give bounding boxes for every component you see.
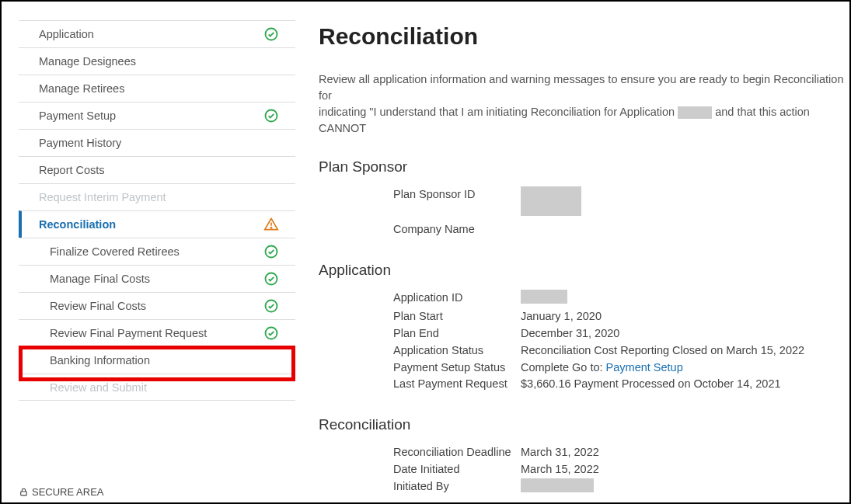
app-status-value: Reconciliation Cost Reporting Closed on … [521, 342, 849, 360]
sidebar-item-review-final-costs[interactable]: Review Final Costs [19, 292, 295, 319]
plan-sponsor-heading: Plan Sponsor [319, 158, 849, 176]
app-status-label: Application Status [319, 342, 521, 360]
sidebar-item-reconciliation[interactable]: Reconciliation [19, 210, 295, 238]
plan-start-value: January 1, 2020 [521, 308, 849, 325]
check-circle-icon [263, 325, 280, 342]
plan-end-value: December 31, 2020 [521, 325, 849, 342]
sidebar-nav: ApplicationManage DesigneesManage Retire… [2, 2, 295, 502]
intro-text: Review all application information and w… [319, 71, 849, 137]
no-icon [263, 134, 280, 151]
sidebar-item-banking-information[interactable]: Banking Information [19, 346, 295, 374]
plan-sponsor-id-label: Plan Sponsor ID [319, 186, 521, 221]
sidebar-item-review-and-submit: Review and Submit [19, 374, 295, 401]
sidebar-item-label: Manage Retirees [19, 82, 124, 95]
sidebar-item-payment-history[interactable]: Payment History [19, 129, 295, 156]
page-title: Reconciliation [319, 23, 849, 50]
date-initiated-label: Date Initiated [319, 461, 521, 478]
sidebar-item-label: Reconciliation [22, 218, 116, 231]
date-initiated-value: March 15, 2022 [521, 461, 849, 478]
plan-end-label: Plan End [319, 325, 521, 342]
no-icon [263, 189, 280, 206]
sidebar-item-manage-final-costs[interactable]: Manage Final Costs [19, 265, 295, 292]
last-payment-label: Last Payment Request [319, 376, 521, 393]
main-content: Reconciliation Review all application in… [295, 2, 849, 502]
recon-deadline-label: Reconciliation Deadline [319, 444, 521, 461]
sidebar-item-application[interactable]: Application [19, 20, 295, 47]
reconciliation-heading: Reconciliation [319, 416, 849, 433]
sidebar-item-label: Review Final Costs [19, 300, 146, 312]
redacted-plan-sponsor-id [521, 186, 581, 216]
no-icon [263, 80, 280, 97]
payment-setup-status-label: Payment Setup Status [319, 360, 521, 377]
svg-rect-8 [21, 492, 27, 495]
sidebar-item-manage-designees[interactable]: Manage Designees [19, 47, 295, 75]
payment-setup-status-prefix: Complete Go to: [521, 361, 606, 374]
plan-start-label: Plan Start [319, 308, 521, 325]
company-name-label: Company Name [319, 221, 521, 238]
redacted-initiated-by [521, 478, 594, 492]
sidebar-item-label: Finalize Covered Retirees [19, 245, 180, 258]
sidebar-item-request-interim-payment: Request Interim Payment [19, 183, 295, 210]
check-circle-icon [263, 297, 280, 315]
warning-triangle-icon [263, 216, 280, 233]
no-icon [263, 352, 280, 369]
sidebar-item-report-costs[interactable]: Report Costs [19, 156, 295, 183]
check-circle-icon [263, 243, 280, 260]
redacted-app-id [678, 106, 712, 119]
sidebar-item-label: Review Final Payment Request [19, 327, 207, 339]
sidebar-item-label: Report Costs [19, 164, 105, 176]
last-payment-value: $3,660.16 Payment Processed on October 1… [521, 376, 849, 393]
initiated-by-label: Initiated By [319, 478, 521, 498]
no-icon [263, 379, 280, 396]
sidebar-item-review-final-payment-request[interactable]: Review Final Payment Request [19, 319, 295, 346]
sidebar-item-manage-retirees[interactable]: Manage Retirees [19, 75, 295, 102]
sidebar-item-payment-setup[interactable]: Payment Setup [19, 102, 295, 129]
svg-point-3 [270, 228, 271, 228]
application-heading: Application [319, 262, 849, 279]
sidebar-item-label: Application [19, 28, 94, 40]
sidebar-item-label: Review and Submit [19, 381, 147, 394]
recon-deadline-value: March 31, 2022 [521, 444, 849, 461]
payment-setup-link[interactable]: Payment Setup [606, 361, 683, 374]
no-icon [263, 162, 280, 179]
sidebar-item-label: Request Interim Payment [19, 191, 166, 203]
no-icon [263, 53, 280, 70]
redacted-application-id [521, 290, 567, 304]
sidebar-item-label: Banking Information [19, 354, 150, 367]
check-circle-icon [263, 107, 280, 124]
secure-area-footer: SECURE AREA [19, 486, 103, 498]
check-circle-icon [263, 270, 280, 287]
sidebar-item-finalize-covered-retirees[interactable]: Finalize Covered Retirees [19, 238, 295, 265]
sidebar-item-label: Payment Setup [19, 109, 116, 122]
sidebar-item-label: Payment History [19, 137, 121, 149]
application-id-label: Application ID [319, 290, 521, 309]
check-circle-icon [263, 26, 280, 43]
sidebar-item-label: Manage Designees [19, 55, 136, 68]
lock-icon [19, 487, 29, 497]
sidebar-item-label: Manage Final Costs [19, 273, 150, 285]
